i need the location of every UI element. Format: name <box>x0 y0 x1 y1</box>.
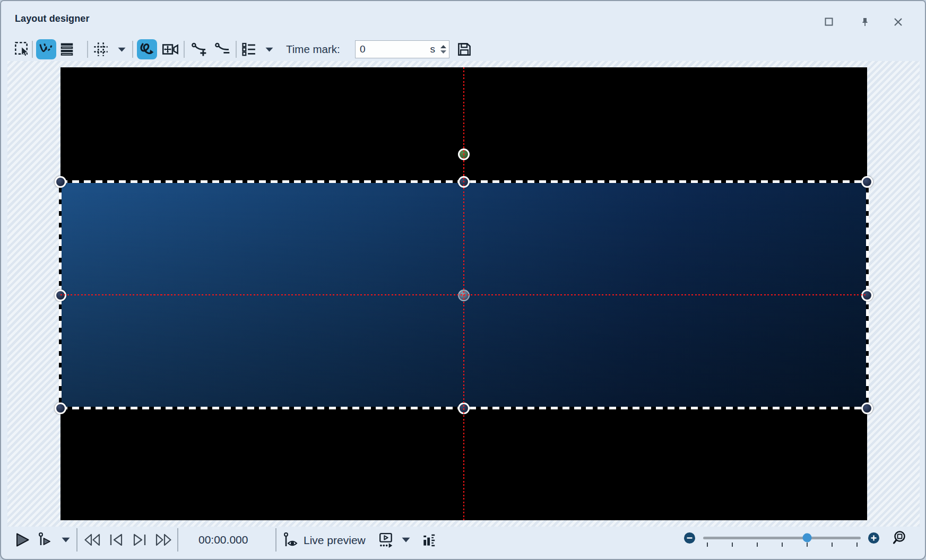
chevron-down-icon <box>265 47 273 52</box>
time-display: 00:00.000 <box>198 533 248 546</box>
crosshair-horizontal <box>60 294 867 295</box>
next-frame-button[interactable] <box>132 533 148 547</box>
maximize-icon <box>825 18 833 26</box>
spinner-up-button[interactable] <box>440 45 446 48</box>
layout-designer-window: Layout designer <box>0 0 926 560</box>
remove-point-button[interactable] <box>213 40 232 59</box>
close-icon <box>894 18 903 27</box>
layers-icon <box>59 41 75 57</box>
chevron-down-icon <box>118 47 126 52</box>
save-icon <box>456 41 472 57</box>
toolbar-separator <box>32 41 33 58</box>
track-list-dropdown-button[interactable] <box>263 40 275 59</box>
resize-handle-bottom-right[interactable] <box>861 402 873 414</box>
velocity-curves-icon <box>38 41 55 58</box>
save-layout-button[interactable] <box>455 40 473 58</box>
play-icon <box>14 532 30 548</box>
play-button[interactable] <box>14 531 31 548</box>
skip-to-start-icon <box>83 533 101 547</box>
canvas-stage[interactable] <box>60 67 867 520</box>
play-from-mark-icon <box>38 532 54 548</box>
camera-pan-icon <box>161 41 179 58</box>
select-tool-button[interactable] <box>13 40 32 59</box>
time-mark-input[interactable] <box>356 43 430 55</box>
select-tool-icon <box>14 41 31 58</box>
crosshair-vertical <box>463 67 464 520</box>
time-mark-label: Time mark: <box>286 40 340 59</box>
grid-snap-button[interactable] <box>91 40 110 59</box>
close-button[interactable] <box>891 15 905 29</box>
next-frame-icon <box>132 533 148 547</box>
transport-separator <box>177 528 178 552</box>
time-mark-unit: s <box>430 43 436 55</box>
live-preview-button[interactable]: Live preview <box>283 531 366 549</box>
preview-window-button[interactable] <box>378 532 395 549</box>
remove-point-icon <box>214 41 231 58</box>
track-list-button[interactable] <box>240 40 258 59</box>
chevron-down-icon <box>402 537 410 542</box>
chevron-down-icon <box>62 537 70 542</box>
toolbar-separator <box>184 41 185 58</box>
zoom-in-button[interactable] <box>868 532 879 544</box>
motion-path-button[interactable] <box>137 39 157 59</box>
pin-button[interactable] <box>858 15 872 29</box>
zoom-slider[interactable] <box>703 537 861 539</box>
live-preview-icon <box>283 532 299 549</box>
resize-handle-mid-right[interactable] <box>861 290 873 301</box>
preview-options-dropdown[interactable] <box>401 537 411 543</box>
fast-forward-icon <box>154 533 172 547</box>
grid-icon <box>92 41 109 58</box>
spinner-down-button[interactable] <box>440 50 446 54</box>
resize-handle-top-left[interactable] <box>55 176 66 188</box>
page-title: Layout designer <box>15 13 90 24</box>
toolbar-separator <box>132 41 133 58</box>
zoom-slider-thumb[interactable] <box>803 533 812 542</box>
zoom-out-button[interactable] <box>684 532 695 544</box>
previous-frame-button[interactable] <box>108 533 124 547</box>
minus-icon <box>686 535 693 541</box>
toolbar-separator <box>236 41 237 58</box>
zoom-to-fit-button[interactable] <box>892 529 910 547</box>
preview-window-icon <box>378 532 394 548</box>
transport-separator <box>275 528 276 552</box>
play-options-dropdown[interactable] <box>60 537 71 543</box>
grid-dropdown-button[interactable] <box>116 40 127 59</box>
camera-pan-button[interactable] <box>160 40 180 59</box>
maximize-button[interactable] <box>822 15 836 29</box>
motion-path-icon <box>139 41 155 58</box>
resize-handle-bottom-left[interactable] <box>55 402 66 414</box>
track-list-icon <box>241 41 257 57</box>
toolbar-separator <box>87 41 88 58</box>
plus-icon <box>870 535 877 541</box>
zoom-fit-icon <box>892 530 909 547</box>
play-from-mark-button[interactable] <box>37 531 54 548</box>
statistics-button[interactable] <box>421 532 437 548</box>
transport-separator <box>76 528 77 552</box>
time-mark-field: s <box>355 40 449 58</box>
resize-handle-mid-left[interactable] <box>55 290 66 301</box>
zoom-slider-ticks <box>707 542 858 547</box>
resize-handle-top-right[interactable] <box>861 176 873 188</box>
skip-to-start-button[interactable] <box>83 533 101 547</box>
layers-button[interactable] <box>57 40 76 59</box>
add-point-button[interactable] <box>189 40 209 59</box>
canvas-viewport <box>7 61 920 527</box>
fast-forward-button[interactable] <box>154 533 172 547</box>
previous-frame-icon <box>108 533 124 547</box>
statistics-icon <box>422 532 437 548</box>
velocity-curves-button[interactable] <box>36 39 56 59</box>
pin-icon <box>860 17 870 27</box>
live-preview-label: Live preview <box>304 534 366 547</box>
add-point-icon <box>191 41 207 58</box>
